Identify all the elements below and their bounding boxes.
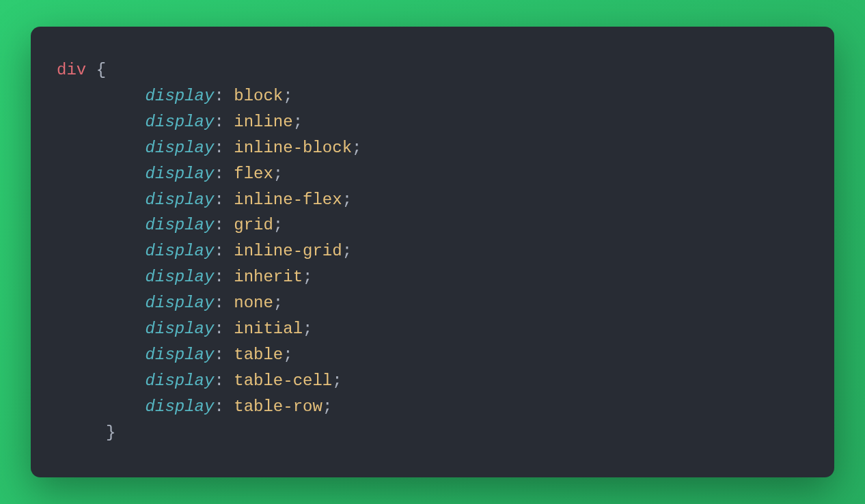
colon: : [214,87,223,105]
css-property: display [146,268,215,286]
code-line-selector: div { [57,57,808,83]
close-brace: } [106,423,115,442]
css-property: display [146,320,215,338]
semicolon: ; [293,113,303,131]
colon: : [214,372,223,390]
css-property: display [146,87,215,105]
css-declaration: display: none; [57,290,808,316]
css-value: none [234,294,273,312]
css-declaration: display: inline; [57,109,808,135]
semicolon: ; [342,242,352,260]
css-declaration: display: inherit; [57,264,808,290]
colon: : [214,216,223,234]
css-property: display [146,139,215,157]
semicolon: ; [352,139,361,157]
colon: : [214,113,223,131]
css-declaration: display: grid; [57,212,808,238]
css-property: display [146,294,215,312]
semicolon: ; [322,397,332,416]
open-brace: { [96,61,106,79]
css-property: display [146,242,215,260]
css-declaration: display: flex; [57,161,808,187]
semicolon: ; [283,87,292,105]
css-declaration: display: initial; [57,316,808,342]
css-declaration: display: inline-block; [57,135,808,161]
css-value: inline-flex [234,191,342,209]
css-value: inline [234,113,292,131]
colon: : [214,346,223,364]
css-property: display [146,216,215,234]
semicolon: ; [303,268,312,286]
css-value: table [234,346,283,364]
css-value: flex [234,165,273,183]
colon: : [214,320,223,338]
css-declaration: display: table-cell; [57,368,808,394]
css-property: display [146,397,215,416]
css-value: inherit [234,268,303,286]
colon: : [214,191,223,209]
css-value: initial [234,320,303,338]
css-property: display [146,113,215,131]
css-value: block [234,87,283,105]
css-value: inline-grid [234,242,342,260]
semicolon: ; [303,320,312,338]
css-property: display [146,346,215,364]
css-declaration: display: table; [57,342,808,368]
semicolon: ; [273,216,283,234]
css-property: display [146,165,215,183]
colon: : [214,294,223,312]
css-value: table-cell [234,372,332,390]
css-value: inline-block [234,139,352,157]
css-property: display [146,372,215,390]
css-property: display [146,191,215,209]
colon: : [214,268,223,286]
css-declaration: display: inline-grid; [57,238,808,264]
css-declaration: display: inline-flex; [57,187,808,213]
css-value: table-row [234,397,322,416]
semicolon: ; [332,372,342,390]
css-declaration: display: block; [57,83,808,109]
semicolon: ; [283,346,292,364]
code-line-close: } [57,420,808,446]
css-value: grid [234,216,273,234]
code-panel: div {display: block;display: inline;disp… [31,27,834,477]
semicolon: ; [342,191,352,209]
colon: : [214,397,223,416]
css-selector: div [57,61,86,79]
colon: : [214,165,223,183]
colon: : [214,242,223,260]
semicolon: ; [273,165,283,183]
semicolon: ; [273,294,283,312]
code-block: div {display: block;display: inline;disp… [57,57,808,446]
colon: : [214,139,223,157]
css-declaration: display: table-row; [57,394,808,420]
